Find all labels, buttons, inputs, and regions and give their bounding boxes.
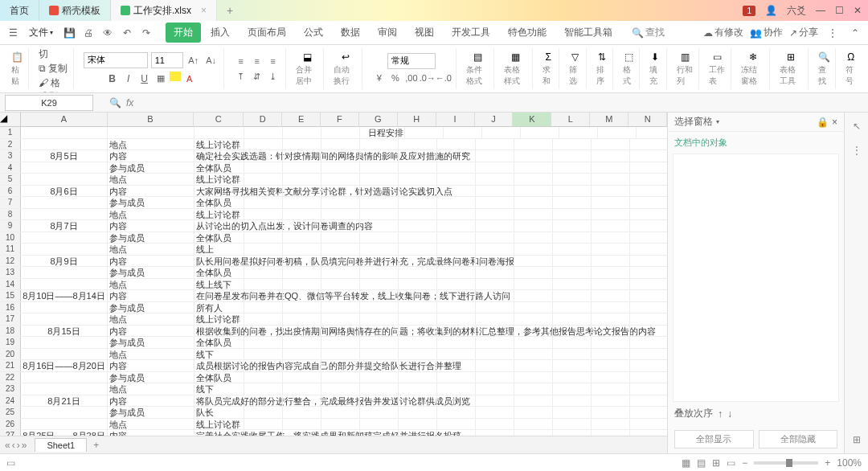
cell[interactable]: [360, 419, 399, 430]
cell[interactable]: [321, 232, 360, 244]
cell[interactable]: [321, 150, 360, 162]
cell[interactable]: [553, 197, 592, 208]
cell[interactable]: [321, 279, 360, 290]
cell[interactable]: [360, 139, 399, 150]
table-row[interactable]: 68月6日内容大家网络寻找相关资料文献分享讨论群，针对选题讨论实践切入点: [0, 186, 667, 198]
cell[interactable]: [630, 197, 667, 208]
cell[interactable]: [21, 349, 108, 360]
copy-button[interactable]: ⧉ 复制: [39, 62, 68, 76]
cell[interactable]: [321, 127, 360, 138]
cell[interactable]: [283, 279, 321, 290]
select-all-corner[interactable]: ◢: [0, 113, 21, 126]
cell[interactable]: [437, 407, 476, 418]
cell[interactable]: [283, 139, 321, 150]
cell[interactable]: [514, 209, 553, 220]
cell[interactable]: [360, 360, 399, 371]
cell[interactable]: [553, 244, 592, 255]
cell[interactable]: [476, 407, 514, 418]
menu-tab-开发工具[interactable]: 开发工具: [444, 23, 498, 43]
cell[interactable]: [476, 302, 514, 313]
cell[interactable]: [244, 127, 283, 138]
cell[interactable]: 队长: [194, 407, 244, 418]
cell[interactable]: [399, 279, 437, 290]
table-row[interactable]: 7参与成员全体队员: [0, 197, 667, 209]
cell[interactable]: [283, 256, 321, 267]
cell[interactable]: [553, 150, 592, 162]
cell[interactable]: [21, 244, 108, 255]
cell[interactable]: [321, 372, 360, 383]
cell[interactable]: 将队员完成好的部分进行整合，完成最终报告并发送讨论群供成员浏览: [194, 395, 244, 407]
cell[interactable]: [476, 220, 514, 231]
cell[interactable]: 内容: [108, 360, 194, 371]
font-size-select[interactable]: [151, 52, 183, 68]
table-row[interactable]: 10参与成员全体队员: [0, 232, 667, 244]
cell[interactable]: 线上讨论群: [194, 313, 244, 325]
cell[interactable]: 地点: [108, 279, 194, 290]
cell[interactable]: [437, 186, 476, 197]
cell[interactable]: [630, 372, 667, 383]
cell[interactable]: [321, 220, 360, 231]
cell[interactable]: [476, 244, 514, 255]
cell[interactable]: [21, 232, 108, 244]
cell[interactable]: [399, 302, 437, 313]
table-row[interactable]: 128月9日内容队长用问卷星拟好问卷初稿，队员填完问卷并进行补充，完成最终问卷和…: [0, 256, 667, 268]
cell[interactable]: [514, 360, 553, 371]
cell[interactable]: [553, 267, 592, 278]
view-page-button[interactable]: ▤: [697, 457, 706, 469]
cell[interactable]: [399, 349, 437, 360]
cell[interactable]: 全体队员: [194, 372, 244, 383]
cell[interactable]: [630, 256, 667, 267]
cell[interactable]: [244, 186, 283, 197]
cell[interactable]: 线下: [194, 349, 244, 360]
cell[interactable]: [283, 372, 321, 383]
cell[interactable]: [321, 430, 360, 436]
cell[interactable]: [437, 395, 476, 407]
cell[interactable]: [514, 174, 553, 185]
cell[interactable]: [244, 174, 283, 185]
cell[interactable]: [360, 395, 399, 407]
cell[interactable]: [592, 407, 630, 418]
row-header[interactable]: 27: [0, 430, 21, 436]
cell[interactable]: 参与成员: [108, 197, 194, 208]
table-row[interactable]: 20地点线下: [0, 349, 667, 361]
cell[interactable]: 队长用问卷星拟好问卷初稿，队员填完问卷并进行补充，完成最终问卷和问卷海报: [194, 256, 244, 267]
format-painter-button[interactable]: 🖌 格式刷: [39, 76, 68, 93]
sheet-next-button[interactable]: ›: [17, 440, 20, 451]
col-header-C[interactable]: C: [194, 113, 244, 126]
col-header-L[interactable]: L: [551, 113, 590, 126]
cell[interactable]: [244, 349, 283, 360]
cell[interactable]: [553, 419, 592, 430]
cell[interactable]: 线上讨论群: [194, 209, 244, 220]
col-header-A[interactable]: A: [21, 113, 108, 126]
cell[interactable]: 线上讨论群: [194, 139, 244, 150]
cell[interactable]: [399, 139, 437, 150]
cell[interactable]: 线上讨论群: [194, 174, 244, 185]
table-row[interactable]: 22参与成员全体队员: [0, 372, 667, 384]
font-name-select[interactable]: [84, 52, 148, 68]
cell[interactable]: [476, 360, 514, 371]
cell[interactable]: [476, 162, 514, 174]
cell[interactable]: [21, 337, 108, 348]
cell[interactable]: [514, 349, 553, 360]
table-row[interactable]: 5地点线上讨论群: [0, 174, 667, 186]
cell[interactable]: [244, 209, 283, 220]
cell[interactable]: [283, 419, 321, 430]
collapse-ribbon[interactable]: ⌃: [847, 25, 863, 41]
cell[interactable]: 全体队员: [194, 267, 244, 278]
cell[interactable]: [321, 256, 360, 267]
cell[interactable]: [592, 150, 630, 162]
notification-badge[interactable]: 1: [743, 6, 755, 16]
table-row[interactable]: 1日程安排: [0, 127, 667, 139]
row-header[interactable]: 8: [0, 209, 21, 220]
cell[interactable]: [553, 313, 592, 325]
col-header-I[interactable]: I: [436, 113, 475, 126]
table-row[interactable]: 25参与成员队长: [0, 407, 667, 419]
cell[interactable]: [592, 372, 630, 383]
cell[interactable]: [553, 395, 592, 407]
save-button[interactable]: 💾: [61, 25, 77, 41]
col-header-G[interactable]: G: [359, 113, 398, 126]
cell[interactable]: [244, 302, 283, 313]
cell[interactable]: [360, 407, 399, 418]
cell[interactable]: [283, 197, 321, 208]
cell[interactable]: [437, 150, 476, 162]
